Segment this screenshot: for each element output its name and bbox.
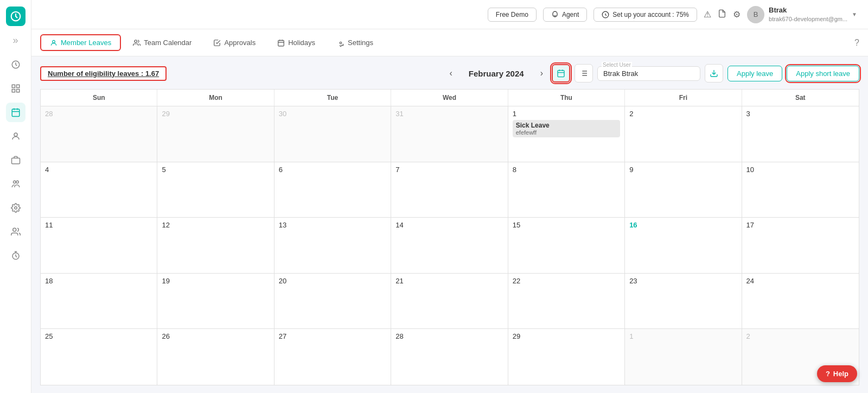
calendar-date-number: 21 — [395, 277, 503, 285]
calendar-cell[interactable]: 25 — [41, 329, 157, 385]
calendar-cell[interactable]: 28 — [41, 106, 157, 162]
next-month-button[interactable]: › — [536, 66, 547, 80]
app-logo[interactable] — [6, 7, 25, 26]
user-select-wrap: Select User — [597, 66, 700, 81]
tab-approvals[interactable]: Approvals — [203, 34, 265, 51]
day-header-sun: Sun — [41, 90, 157, 106]
topbar-right: Free Demo Agent Set up your account : 75… — [488, 6, 857, 23]
calendar-cell[interactable]: 18 — [41, 274, 157, 329]
calendar-cell[interactable]: 13 — [275, 218, 391, 273]
tab-settings-label: Settings — [348, 39, 373, 47]
calendar-view-button[interactable] — [552, 64, 570, 83]
calendar-cell[interactable]: 8 — [508, 162, 625, 218]
calendar-cell[interactable]: 9 — [625, 162, 742, 218]
calendar-cell[interactable]: 3 — [742, 106, 859, 162]
calendar-cell[interactable]: 20 — [275, 274, 391, 329]
list-view-button[interactable] — [575, 64, 593, 83]
apply-leave-button[interactable]: Apply leave — [727, 66, 782, 81]
sidebar-expand[interactable]: » — [12, 35, 18, 46]
calendar-date-number: 1 — [513, 110, 620, 118]
document-icon[interactable] — [718, 9, 726, 20]
calendar-cell[interactable]: 31 — [391, 106, 508, 162]
calendar-cell[interactable]: 19 — [157, 274, 274, 329]
sidebar-item-team[interactable] — [6, 174, 25, 194]
nav-tabs-left: Member Leaves Team Calendar Approvals Ho… — [40, 34, 383, 51]
user-avatar-area[interactable]: B Btrak btrak670-development@gm... ▼ — [747, 6, 857, 23]
sidebar-item-clock[interactable] — [6, 55, 25, 74]
day-header-wed: Wed — [391, 90, 508, 106]
sidebar-item-calendar[interactable] — [6, 103, 25, 122]
sidebar-item-dashboard[interactable] — [6, 79, 25, 98]
calendar-cell[interactable]: 17 — [742, 218, 859, 273]
sidebar-item-user-manage[interactable] — [6, 222, 25, 242]
sidebar-item-timer[interactable] — [6, 246, 25, 265]
calendar-cell[interactable]: 2 — [625, 106, 742, 162]
calendar-date-number: 8 — [513, 166, 620, 174]
apply-short-leave-button[interactable]: Apply short leave — [787, 66, 859, 81]
calendar-cell[interactable]: 30 — [275, 106, 391, 162]
calendar-cell[interactable]: 16 — [625, 218, 742, 273]
calendar-cell[interactable]: 11 — [41, 218, 157, 273]
tab-holidays[interactable]: Holidays — [267, 34, 325, 51]
tab-member-leaves-label: Member Leaves — [61, 39, 111, 47]
calendar-row-1: 45678910 — [41, 162, 859, 218]
calendar-cell[interactable]: 15 — [508, 218, 625, 273]
calendar-cell[interactable]: 26 — [157, 329, 274, 385]
tab-team-calendar[interactable]: Team Calendar — [123, 34, 201, 51]
svg-rect-8 — [11, 158, 20, 164]
sidebar-item-settings[interactable] — [6, 198, 25, 218]
calendar-date-number: 29 — [162, 110, 269, 118]
calendar-cell[interactable]: 10 — [742, 162, 859, 218]
sidebar-item-briefcase[interactable] — [6, 150, 25, 170]
leave-event[interactable]: Sick Leaveefefewff — [513, 120, 620, 137]
svg-point-9 — [13, 181, 16, 183]
download-button[interactable] — [705, 64, 723, 83]
calendar-cell[interactable]: 28 — [391, 329, 508, 385]
calendar-row-0: 282930311Sick Leaveefefewff23 — [41, 106, 859, 162]
calendar-cell[interactable]: 1Sick Leaveefefewff — [508, 106, 625, 162]
day-header-fri: Fri — [625, 90, 742, 106]
calendar-cell[interactable]: 14 — [391, 218, 508, 273]
svg-rect-2 — [12, 85, 15, 87]
calendar-cell[interactable]: 21 — [391, 274, 508, 329]
calendar-header-row: Sun Mon Tue Wed Thu Fri Sat — [40, 89, 859, 106]
calendar-date-number: 23 — [629, 277, 737, 285]
agent-button[interactable]: Agent — [543, 8, 587, 22]
tab-member-leaves[interactable]: Member Leaves — [40, 34, 121, 51]
alert-icon[interactable]: ⚠ — [704, 9, 711, 20]
calendar-cell[interactable]: 27 — [275, 329, 391, 385]
help-fab-button[interactable]: ? Help — [817, 365, 857, 382]
calendar-cell[interactable]: 4 — [41, 162, 157, 218]
calendar-date-number: 6 — [279, 166, 386, 174]
holidays-icon — [277, 39, 285, 47]
calendar-cell[interactable]: 29 — [508, 329, 625, 385]
svg-rect-17 — [278, 40, 284, 46]
calendar-cell[interactable]: 7 — [391, 162, 508, 218]
chevron-down-icon: ▼ — [852, 11, 857, 17]
tab-settings[interactable]: Settings — [327, 34, 383, 51]
calendar-cell[interactable]: 6 — [275, 162, 391, 218]
calendar-cell[interactable]: 24 — [742, 274, 859, 329]
calendar-cell[interactable]: 5 — [157, 162, 274, 218]
help-circle-icon[interactable]: ? — [854, 38, 859, 48]
user-search-input[interactable] — [597, 66, 700, 81]
setup-button[interactable]: Set up your account : 75% — [593, 8, 697, 22]
calendar-cell[interactable]: 12 — [157, 218, 274, 273]
sidebar-item-people[interactable] — [6, 126, 25, 146]
prev-month-button[interactable]: ‹ — [445, 66, 456, 80]
calendar-cell[interactable]: 1 — [625, 329, 742, 385]
calendar-date-number: 13 — [279, 221, 386, 229]
svg-point-12 — [12, 228, 16, 231]
calendar-date-number: 19 — [162, 277, 269, 285]
team-calendar-icon — [133, 39, 141, 47]
calendar-cell[interactable]: 22 — [508, 274, 625, 329]
calendar-date-number: 3 — [746, 110, 854, 118]
free-demo-button[interactable]: Free Demo — [488, 8, 537, 22]
calendar-cell[interactable]: 29 — [157, 106, 274, 162]
calendar-cell[interactable]: 23 — [625, 274, 742, 329]
calendar-date-number: 11 — [45, 221, 152, 229]
calendar-date-number: 5 — [162, 166, 269, 174]
eligibility-badge[interactable]: Number of eligibility leaves : 1.67 — [40, 66, 167, 81]
settings-gear-icon[interactable]: ⚙ — [733, 9, 741, 20]
svg-point-7 — [14, 133, 17, 136]
